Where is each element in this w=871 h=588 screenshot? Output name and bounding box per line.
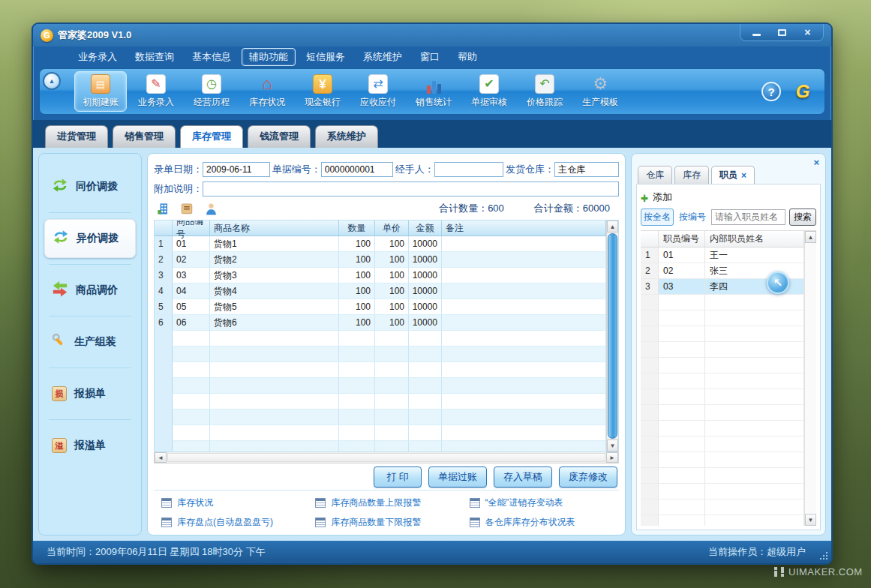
sidebar-item-0[interactable]: 同价调拨	[44, 167, 136, 206]
person-quick-icon[interactable]	[203, 201, 218, 216]
table-row-empty[interactable]	[155, 410, 606, 425]
staff-row-empty[interactable]	[641, 468, 804, 484]
scroll-down-icon[interactable]: ▼	[607, 440, 618, 452]
staff-scroll-down-icon[interactable]: ▼	[805, 514, 816, 526]
table-row[interactable]: 303货物310010010000	[155, 268, 606, 284]
staff-row-empty[interactable]	[641, 500, 804, 515]
discard-button[interactable]: 废弃修改	[559, 466, 617, 488]
table-row-empty[interactable]	[155, 362, 606, 378]
staff-row-empty[interactable]	[641, 436, 804, 452]
toolbar-item-7[interactable]: ✔单据审核	[463, 71, 515, 112]
scroll-left-icon[interactable]: ◄	[155, 452, 167, 463]
tab-0[interactable]: 进货管理	[45, 125, 108, 148]
staff-scroll-up-icon[interactable]: ▲	[805, 231, 816, 243]
doc-no-input[interactable]	[321, 162, 393, 177]
staff-search-input[interactable]	[711, 209, 785, 225]
table-row-empty[interactable]	[155, 425, 606, 441]
menu-item-6[interactable]: 窗口	[413, 48, 447, 66]
menu-item-0[interactable]: 业务录入	[71, 48, 125, 66]
report-link-4[interactable]: “全能”进销存变动表	[470, 496, 616, 509]
menu-item-1[interactable]: 数据查询	[128, 48, 182, 66]
staff-row-empty[interactable]	[641, 515, 804, 526]
post-button[interactable]: 单据过账	[428, 466, 487, 488]
toolbar-item-6[interactable]: 销售统计	[407, 71, 460, 112]
staff-row-empty[interactable]	[641, 342, 804, 358]
toolbar-item-2[interactable]: ◷经营历程	[185, 71, 238, 112]
sidebar-item-3[interactable]: 生产组装	[44, 322, 136, 362]
toolbar-item-4[interactable]: ¥现金银行	[296, 71, 349, 112]
panel-close-icon[interactable]: ×	[813, 157, 819, 168]
table-row-empty[interactable]	[155, 394, 606, 410]
staff-scrollbar[interactable]: ▲ ▼	[804, 231, 816, 526]
staff-row-empty[interactable]	[641, 326, 804, 342]
table-row[interactable]: 505货物510010010000	[155, 299, 606, 315]
table-row-empty[interactable]	[155, 441, 606, 452]
table-row[interactable]: 101货物110010010000	[155, 236, 606, 252]
scroll-right-icon[interactable]: ►	[606, 452, 618, 463]
tab-close-icon[interactable]: ×	[741, 170, 746, 181]
save-draft-button[interactable]: 存入草稿	[494, 466, 552, 488]
sidebar-item-5[interactable]: 溢报溢单	[44, 426, 136, 465]
lookup-tab-2[interactable]: 职员×	[711, 166, 755, 184]
report-link-1[interactable]: 库存盘点(自动盘盈盘亏)	[161, 516, 315, 529]
table-row[interactable]: 202货物210010010000	[155, 252, 606, 268]
staff-row-empty[interactable]	[641, 295, 804, 310]
toolbar-item-5[interactable]: ⇄应收应付	[352, 71, 404, 112]
staff-row-empty[interactable]	[641, 405, 804, 421]
table-row-empty[interactable]	[155, 346, 606, 362]
package-quick-icon[interactable]	[179, 201, 194, 216]
toolbar-item-8[interactable]: ↶价格跟踪	[518, 71, 571, 112]
menu-item-2[interactable]: 基本信息	[185, 48, 239, 66]
warehouse-quick-icon[interactable]	[155, 201, 170, 216]
menu-item-3[interactable]: 辅助功能	[242, 48, 296, 66]
toolbar-item-3[interactable]: ⌂库存状况	[241, 71, 293, 112]
scrollbar-thumb[interactable]	[608, 233, 617, 439]
warehouse-input[interactable]	[554, 162, 619, 177]
staff-row-empty[interactable]	[641, 310, 804, 326]
menu-item-4[interactable]: 短信服务	[299, 48, 353, 66]
tab-1[interactable]: 销售管理	[113, 125, 176, 148]
tab-3[interactable]: 钱流管理	[248, 125, 311, 148]
note-input[interactable]	[203, 182, 619, 196]
table-row-empty[interactable]	[155, 331, 606, 346]
staff-row[interactable]: 101王一	[641, 248, 804, 263]
search-by-name-toggle[interactable]: 按全名	[641, 208, 674, 226]
vertical-scrollbar[interactable]: ▲ ▼	[606, 220, 618, 452]
report-link-5[interactable]: 各仓库库存分布状况表	[470, 516, 616, 529]
staff-row-empty[interactable]	[641, 358, 804, 374]
report-link-3[interactable]: 库存商品数量下限报警	[315, 516, 469, 529]
horizontal-scrollbar[interactable]: ◄ ►	[154, 452, 619, 464]
report-link-2[interactable]: 库存商品数量上限报警	[315, 496, 469, 509]
resize-grip[interactable]	[820, 552, 827, 560]
date-input[interactable]	[203, 162, 270, 177]
toolbar-item-9[interactable]: ⚙生产模板	[574, 71, 626, 112]
lookup-tab-1[interactable]: 库存	[674, 166, 709, 184]
toolbar-item-1[interactable]: ✎业务录入	[130, 71, 182, 112]
staff-row-empty[interactable]	[641, 389, 804, 405]
table-row-empty[interactable]	[155, 378, 606, 394]
sidebar-item-4[interactable]: 损报损单	[44, 374, 136, 413]
staff-row-empty[interactable]	[641, 484, 804, 500]
report-link-0[interactable]: 库存状况	[161, 496, 315, 509]
staff-row-empty[interactable]	[641, 452, 804, 468]
table-row[interactable]: 606货物610010010000	[155, 315, 606, 331]
print-button[interactable]: 打 印	[374, 466, 422, 488]
hscrollbar-track[interactable]	[167, 453, 605, 462]
sidebar-item-1[interactable]: 异价调拨	[44, 219, 136, 258]
menu-item-5[interactable]: 系统维护	[356, 48, 410, 66]
help-icon[interactable]: ?	[761, 82, 781, 101]
close-button[interactable]: ×	[796, 26, 818, 38]
staff-row-empty[interactable]	[641, 421, 804, 436]
add-row[interactable]: + 添加	[641, 188, 816, 206]
collapse-toolbar-button[interactable]: ▲	[43, 72, 61, 90]
table-row[interactable]: 404货物410010010000	[155, 284, 606, 299]
minimize-button[interactable]	[745, 26, 767, 38]
maximize-button[interactable]	[770, 26, 793, 38]
menu-item-7[interactable]: 帮助	[450, 48, 485, 66]
scroll-up-icon[interactable]: ▲	[607, 220, 618, 232]
search-button[interactable]: 搜索	[789, 208, 816, 226]
toolbar-item-0[interactable]: ▤初期建账	[74, 71, 127, 112]
lookup-tab-0[interactable]: 仓库	[638, 166, 672, 184]
staff-row-empty[interactable]	[641, 374, 804, 389]
tab-4[interactable]: 系统维护	[315, 125, 378, 148]
